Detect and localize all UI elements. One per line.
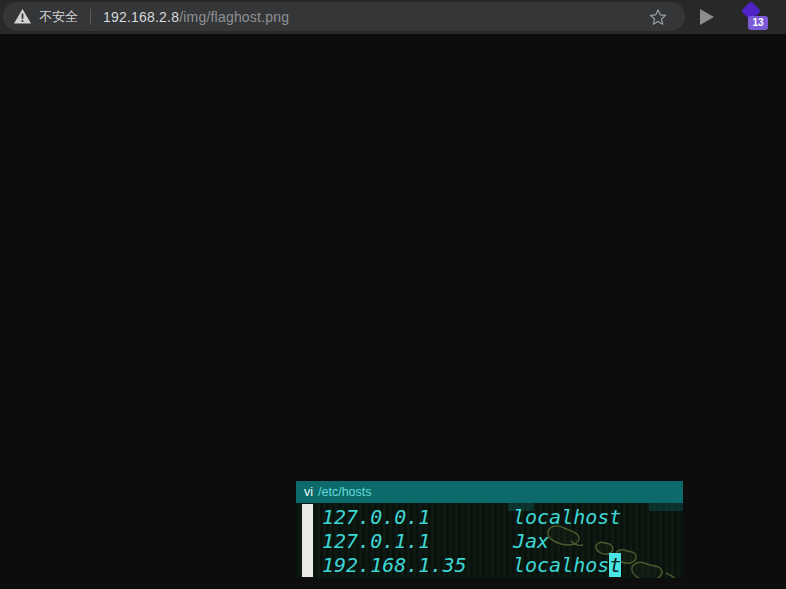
hosts-name: localhost <box>513 553 621 577</box>
hosts-ip: 127.0.1.1 <box>322 529 513 553</box>
vi-cursor: t <box>609 553 621 577</box>
terminal-command: vi <box>304 485 313 499</box>
terminal-gutter-bar <box>302 504 313 577</box>
security-chip-label: 不安全 <box>39 8 78 26</box>
hosts-entries: 127.0.0.1localhost 127.0.1.1Jax 192.168.… <box>322 505 621 577</box>
hosts-ip: 192.168.1.35 <box>322 553 513 577</box>
address-bar[interactable]: 不安全 192.168.2.8/img/flaghost.png <box>3 2 685 31</box>
hosts-ip: 127.0.0.1 <box>322 505 513 529</box>
browser-toolbar: 不安全 192.168.2.8/img/flaghost.png 13 <box>0 0 786 34</box>
hosts-row: 127.0.1.1Jax <box>322 529 621 553</box>
image-shading <box>649 503 683 511</box>
extension-icon[interactable]: 13 <box>738 0 774 34</box>
terminal-filename: /etc/hosts <box>318 485 372 499</box>
page-content: vi /etc/hosts 127.0.0.1localhost <box>0 34 786 589</box>
omnibox-divider <box>90 9 91 25</box>
terminal-title-bar: vi /etc/hosts <box>296 481 683 503</box>
hosts-name: Jax <box>513 529 549 553</box>
extension-badge: 13 <box>748 16 768 30</box>
url-host: 192.168.2.8 <box>103 9 179 25</box>
terminal-body: 127.0.0.1localhost 127.0.1.1Jax 192.168.… <box>296 503 683 578</box>
warning-icon <box>14 9 31 24</box>
hosts-row: 192.168.1.35localhost <box>322 553 621 577</box>
bookmark-star-icon[interactable] <box>649 8 667 30</box>
url-text: 192.168.2.8/img/flaghost.png <box>103 9 289 25</box>
security-chip[interactable]: 不安全 <box>14 8 78 26</box>
url-path: /img/flaghost.png <box>179 9 289 25</box>
hosts-name: localhost <box>513 505 621 529</box>
play-icon[interactable] <box>700 9 714 25</box>
hosts-row: 127.0.0.1localhost <box>322 505 621 529</box>
hosts-file-image: vi /etc/hosts 127.0.0.1localhost <box>296 481 683 578</box>
hosts-name-text: localhos <box>513 553 609 577</box>
